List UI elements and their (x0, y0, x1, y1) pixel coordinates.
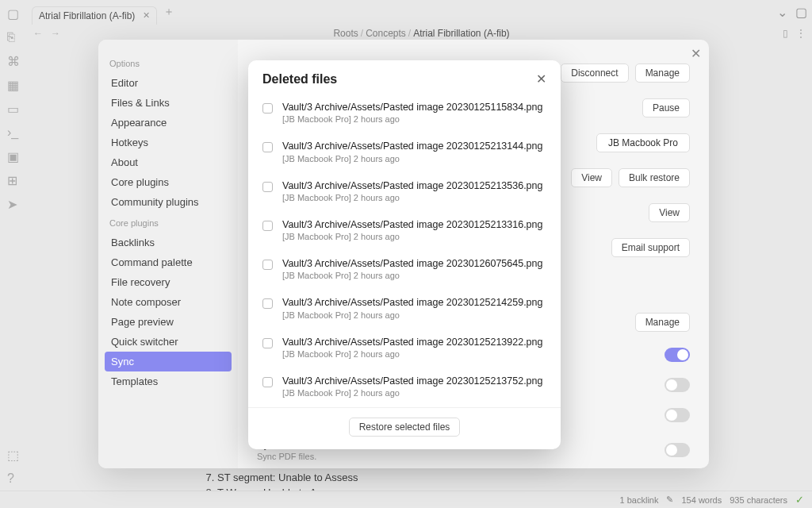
checkbox[interactable] (262, 221, 273, 231)
view-button[interactable]: View (571, 168, 612, 187)
deleted-file-row[interactable]: Vault/3 Archive/Assets/Pasted image 2023… (262, 329, 546, 368)
bulk-restore-button[interactable]: Bulk restore (619, 168, 690, 187)
deleted-files-modal: Deleted files ✕ Vault/3 Archive/Assets/P… (248, 60, 561, 449)
checkbox[interactable] (262, 142, 273, 152)
checkbox[interactable] (262, 103, 273, 114)
manage-button[interactable]: Manage (635, 64, 690, 83)
deleted-file-path: Vault/3 Archive/Assets/Pasted image 2023… (282, 375, 542, 387)
sidebar-item-community-plugins[interactable]: Community plugins (105, 192, 232, 212)
disconnect-button[interactable]: Disconnect (561, 64, 628, 83)
toggle-2[interactable] (665, 378, 690, 392)
checkbox[interactable] (262, 182, 273, 192)
deleted-file-meta: [JB Macbook Pro] 2 hours ago (282, 232, 542, 241)
deleted-file-path: Vault/3 Archive/Assets/Pasted image 2023… (282, 179, 542, 192)
group-label-options: Options (105, 52, 232, 73)
deleted-file-row[interactable]: Vault/3 Archive/Assets/Pasted image 2023… (262, 251, 546, 290)
sidebar-item-editor[interactable]: Editor (105, 73, 232, 93)
deleted-file-row[interactable]: Vault/3 Archive/Assets/Pasted image 2023… (262, 94, 546, 133)
close-icon[interactable]: ✕ (536, 71, 546, 87)
deleted-file-meta: [JB Macbook Pro] 2 hours ago (282, 193, 542, 202)
deleted-file-row[interactable]: Vault/3 Archive/Assets/Pasted image 2023… (262, 290, 546, 329)
deleted-file-meta: [JB Macbook Pro] 2 hours ago (282, 271, 542, 280)
deleted-file-meta: [JB Macbook Pro] 2 hours ago (282, 114, 542, 124)
deleted-file-meta: [JB Macbook Pro] 2 hours ago (282, 388, 542, 398)
modal-title: Deleted files (262, 72, 337, 87)
toggle-1[interactable] (665, 348, 690, 362)
sidebar-item-hotkeys[interactable]: Hotkeys (105, 133, 232, 152)
device-name: JB Macbook Pro (596, 133, 690, 152)
deleted-file-path: Vault/3 Archive/Assets/Pasted image 2023… (282, 101, 542, 114)
manage-button-2[interactable]: Manage (635, 313, 690, 332)
toggle-sync-pdfs[interactable] (665, 443, 690, 457)
checkbox[interactable] (262, 298, 273, 309)
deleted-file-path: Vault/3 Archive/Assets/Pasted image 2023… (282, 140, 542, 152)
sidebar-item-backlinks[interactable]: Backlinks (105, 233, 232, 252)
deleted-file-meta: [JB Macbook Pro] 2 hours ago (282, 154, 542, 164)
deleted-file-meta: [JB Macbook Pro] 2 hours ago (282, 310, 542, 320)
sidebar-item-quick-switcher[interactable]: Quick switcher (105, 332, 232, 352)
toggle-3[interactable] (665, 408, 690, 422)
checkbox[interactable] (262, 377, 273, 387)
pause-button[interactable]: Pause (642, 98, 690, 117)
sidebar-item-page-preview[interactable]: Page preview (105, 312, 232, 332)
sidebar-item-core-plugins[interactable]: Core plugins (105, 172, 232, 192)
sidebar-item-file-recovery[interactable]: File recovery (105, 272, 232, 292)
deleted-file-path: Vault/3 Archive/Assets/Pasted image 2023… (282, 218, 542, 231)
deleted-file-path: Vault/3 Archive/Assets/Pasted image 2023… (282, 296, 542, 309)
sidebar-item-about[interactable]: About (105, 152, 232, 172)
settings-sidebar: Options EditorFiles & LinksAppearanceHot… (98, 40, 238, 468)
deleted-file-row[interactable]: Vault/3 Archive/Assets/Pasted image 2023… (262, 133, 546, 172)
deleted-file-row[interactable]: Vault/3 Archive/Assets/Pasted image 2023… (262, 212, 546, 251)
deleted-file-meta: [JB Macbook Pro] 2 hours ago (282, 349, 542, 359)
sidebar-item-note-composer[interactable]: Note composer (105, 292, 232, 312)
email-support-button[interactable]: Email support (611, 238, 690, 257)
deleted-files-list[interactable]: Vault/3 Archive/Assets/Pasted image 2023… (248, 94, 561, 407)
deleted-file-row[interactable]: Vault/3 Archive/Assets/Pasted image 2023… (262, 368, 546, 407)
sidebar-item-command-palette[interactable]: Command palette (105, 252, 232, 272)
sidebar-item-sync[interactable]: Sync (105, 352, 232, 371)
checkbox[interactable] (262, 260, 273, 270)
deleted-file-path: Vault/3 Archive/Assets/Pasted image 2023… (282, 257, 542, 270)
sync-pdfs-sub: Sync PDF files. (257, 452, 665, 461)
restore-selected-button[interactable]: Restore selected files (349, 418, 461, 437)
group-label-core: Core plugins (105, 212, 232, 233)
sidebar-item-templates[interactable]: Templates (105, 371, 232, 391)
view-button-2[interactable]: View (649, 203, 690, 222)
sidebar-item-appearance[interactable]: Appearance (105, 113, 232, 133)
sidebar-item-files-links[interactable]: Files & Links (105, 93, 232, 113)
deleted-file-row[interactable]: Vault/3 Archive/Assets/Pasted image 2023… (262, 173, 546, 212)
deleted-file-path: Vault/3 Archive/Assets/Pasted image 2023… (282, 336, 542, 348)
checkbox[interactable] (262, 338, 273, 348)
